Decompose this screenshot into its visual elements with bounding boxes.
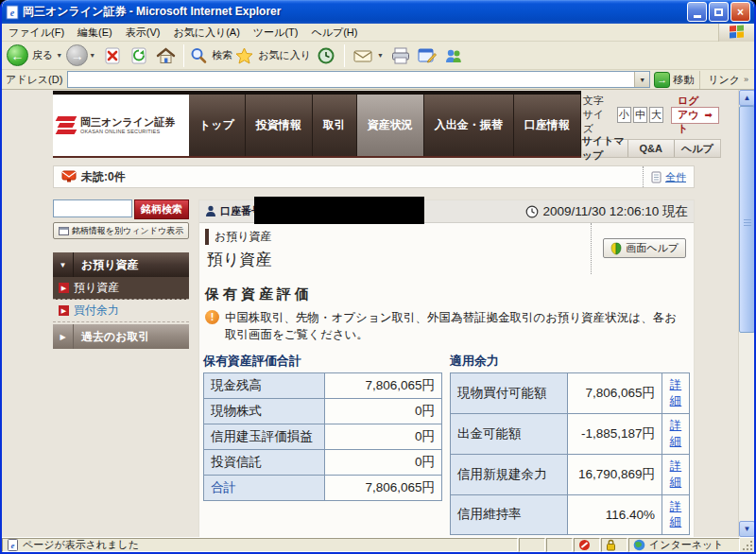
row-label: 信用建玉評価損益 [204,424,325,450]
nav-tab-investment-info[interactable]: 投資情報 [246,95,313,156]
row-label: 現物買付可能額 [451,373,568,414]
symbol-info-popup-button[interactable]: 銘柄情報を別ウィンドウ表示 [53,222,189,239]
detail-cell: 詳細 [662,454,689,494]
edit-button[interactable] [417,45,438,66]
resize-grip[interactable] [741,538,754,552]
stop-button[interactable] [102,45,123,66]
menu-tools[interactable]: ツール(T) [247,26,305,40]
table-row: 信用維持率 116.40% 詳細 [451,494,690,535]
detail-link[interactable]: 詳細 [669,499,682,531]
symbol-search-input[interactable] [53,199,132,217]
popup-button-label: 銘柄情報を別ウィンドウ表示 [72,225,183,237]
site-header: 岡三オンライン証券 OKASAN ONLINE SECURITIES トップ 投… [53,91,695,158]
font-size-small-button[interactable]: 小 [617,107,631,123]
sidebar-item-past-transactions[interactable]: ▶ 過去のお取引 [53,324,189,349]
go-button[interactable]: → 移動 [654,72,699,88]
menu-file[interactable]: ファイル(F) [2,26,71,40]
scrollbar-thumb[interactable] [739,106,754,333]
history-button[interactable] [316,45,336,66]
applied-margin-section: 適用余力 現物買付可能額 7,806,065円 詳細 出金可能額 [450,353,690,535]
row-value: 7,806,065円 [325,476,442,501]
address-dropdown-icon[interactable]: ▼ [634,72,649,87]
sidebar-item-deposited-assets[interactable]: ▶ 預り資産 [53,277,189,300]
detail-link[interactable]: 詳細 [669,459,682,491]
mail-dropdown-icon[interactable]: ▼ [377,52,384,59]
symbol-search-button[interactable]: 銘柄検索 [134,199,189,219]
maximize-button[interactable] [709,2,729,22]
refresh-icon [129,46,148,65]
forward-dropdown-icon[interactable]: ▼ [89,52,95,59]
detail-link[interactable]: 詳細 [669,418,682,450]
nav-tab-trade[interactable]: 取引 [313,95,357,156]
favorites-button[interactable]: お気に入り [234,46,313,65]
back-label: 戻る [32,48,53,62]
sidebar-item-buying-power[interactable]: ▶ 買付余力 [53,300,189,322]
all-messages-link[interactable]: 全件 [665,170,686,184]
menu-edit[interactable]: 編集(E) [71,26,119,40]
links-chevron-icon[interactable]: » [744,75,748,84]
close-button[interactable]: × [730,2,750,22]
notice-bar: 未読:0件 全件 [53,165,695,188]
sidebar-menu-header-assets[interactable]: ▼ お預り資産 [53,252,189,277]
mail-icon [352,46,373,65]
detail-cell: 詳細 [662,373,689,414]
page-area: 岡三オンライン証券 OKASAN ONLINE SECURITIES トップ 投… [2,90,738,537]
row-label: 信用維持率 [451,494,568,535]
row-value: 0円 [325,399,442,424]
breadcrumb: お預り資産 [205,229,591,245]
back-button[interactable]: ← 戻る ▼ [7,44,66,66]
messenger-button[interactable] [443,45,464,66]
search-button[interactable]: 検索 [189,46,234,65]
scroll-down-button[interactable]: ▼ [739,521,754,537]
table-row: 出金可能額 -1,885,187円 詳細 [451,414,690,455]
font-size-row: 文字サイズ 小 中 大 ログアウト ➡ [581,91,721,139]
back-dropdown-icon[interactable]: ▼ [56,52,62,59]
status-zone-label: インターネット [649,538,724,552]
menu-header-label: お預り資産 [74,257,139,273]
messenger-icon [443,46,464,65]
history-clock-icon [317,46,335,65]
home-button[interactable] [155,45,176,66]
menu-favorites[interactable]: お気に入り(A) [166,26,246,40]
browser-viewport: 岡三オンライン証券 OKASAN ONLINE SECURITIES トップ 投… [2,90,754,537]
nav-tab-deposit-transfer[interactable]: 入出金・振替 [424,95,514,156]
internet-globe-icon [633,539,645,551]
refresh-button[interactable] [129,45,149,66]
back-icon: ← [7,44,28,66]
row-label: 出金可能額 [451,414,568,455]
row-label: 現金残高 [204,373,325,399]
quick-links-row: サイトマップ Q&A ヘルプ [581,139,721,158]
detail-link[interactable]: 詳細 [669,377,682,409]
row-label: 投資信託 [204,450,325,476]
nav-tab-asset-status[interactable]: 資産状況 [357,95,424,156]
forward-button[interactable]: → ▼ [66,44,99,66]
vertical-scrollbar[interactable]: ▲ ▼ [738,90,754,537]
scroll-up-button[interactable]: ▲ [739,90,754,106]
help-link[interactable]: ヘルプ [675,140,720,157]
row-label: 現物株式 [204,399,325,424]
status-message-pane: e ページが表示されました [2,538,518,552]
table-row: 投資信託 0円 [204,450,442,476]
screen-help-button[interactable]: 画面ヘルプ [603,238,686,258]
logout-arrow-icon: ➡ [704,110,712,120]
links-label[interactable]: リンク [699,71,744,89]
site-logo[interactable]: 岡三オンライン証券 OKASAN ONLINE SECURITIES [53,95,189,156]
row-value: -1,885,187円 [567,414,662,455]
logout-button[interactable]: ログアウト ➡ [671,107,719,124]
nav-tab-account-info[interactable]: 口座情報 [514,95,581,156]
history-label: 過去のお取引 [74,329,150,345]
nav-tab-top[interactable]: トップ [189,95,246,156]
print-button[interactable] [390,45,411,66]
font-size-medium-button[interactable]: 中 [633,107,647,123]
title-bar[interactable]: e 岡三オンライン証券 - Microsoft Internet Explore… [2,0,754,24]
mail-button[interactable] [352,45,373,66]
font-size-large-button[interactable]: 大 [649,107,663,123]
menu-help[interactable]: ヘルプ(H) [304,26,364,40]
address-input[interactable] [68,73,634,86]
forward-icon: → [66,44,88,66]
qa-link[interactable]: Q&A [628,140,675,157]
menu-view[interactable]: 表示(V) [119,26,167,40]
minimize-button[interactable] [687,2,707,22]
sitemap-link[interactable]: サイトマップ [582,140,628,157]
user-icon [205,205,216,217]
